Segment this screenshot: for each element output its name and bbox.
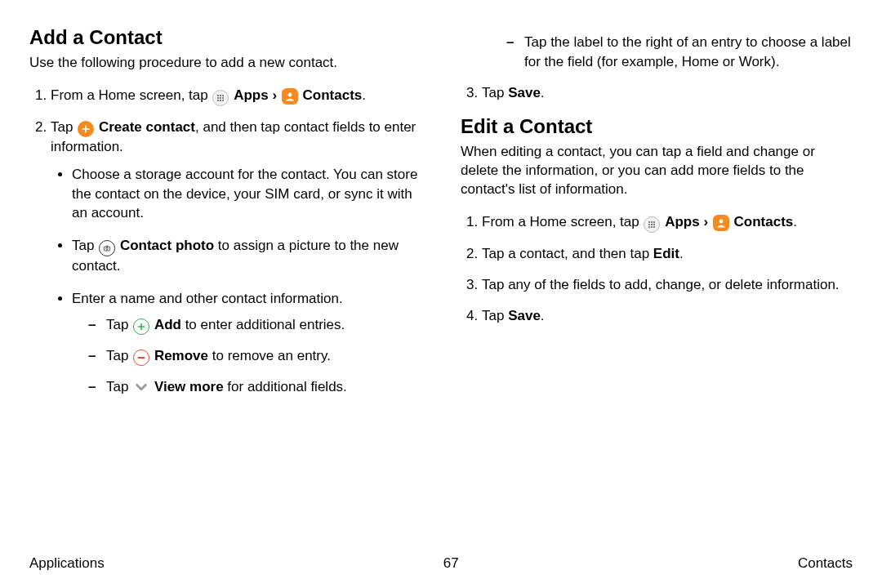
page-footer: Applications 67 Contacts [29,547,853,572]
edit-contact-steps: From a Home screen, tap Apps › Contacts.… [461,212,853,325]
footer-left: Applications [29,555,105,572]
svg-point-5 [223,97,225,99]
viewmore-label: View more [154,379,224,394]
dash-add: Tap Add to enter additional entries. [88,315,421,335]
svg-point-18 [652,221,653,223]
e4-pre: Tap [482,308,508,323]
add-contact-steps: From a Home screen, tap Apps › Contacts.… [29,86,421,397]
svg-point-8 [223,100,225,101]
intro-text: Use the following procedure to add a new… [29,54,421,73]
d1-post: to enter additional entries. [181,317,345,332]
save-label-2: Save [508,308,541,323]
manual-page: Add a Contact Use the following procedur… [0,0,882,588]
d2-pre: Tap [106,348,132,363]
d3-post: for additional fields. [224,379,347,394]
chevron-down-icon [133,379,149,395]
edit-step-2: Tap a contact, and then tap Edit. [482,244,853,264]
dash-label-choice: Tap the label to the right of an entry t… [506,33,853,72]
e4-period: . [541,308,545,323]
apps-label: Apps [234,87,269,103]
s1-period: . [362,87,366,103]
svg-point-25 [654,226,656,228]
svg-point-17 [649,221,651,223]
contact-photo-label: Contact photo [120,238,214,253]
footer-page-number: 67 [443,555,459,572]
bullet-contact-photo: Tap Contact photo to assign a picture to… [72,236,421,276]
svg-point-20 [649,224,651,225]
svg-point-1 [220,95,222,96]
edit-step-4: Tap Save. [482,306,853,326]
add-label: Add [154,317,181,332]
svg-point-2 [223,95,225,96]
e2-pre: Tap a contact, and then tap [482,246,653,261]
edit-label: Edit [653,246,679,261]
add-contact-steps-continued: Tap Save. [461,83,853,103]
d3-pre: Tap [106,379,132,394]
svg-point-22 [654,224,656,225]
svg-point-3 [218,97,220,99]
chevron-2: › [703,214,711,229]
add-icon [133,318,149,335]
sub-dashes: Tap Add to enter additional entries. Tap [72,315,421,397]
dash-remove: Tap Remove to remove an entry. [88,346,421,366]
svg-point-21 [652,224,653,225]
b3-text: Enter a name and other contact informati… [72,291,343,306]
e2-period: . [679,246,684,261]
footer-right: Contacts [798,555,853,572]
d1-pre: Tap [106,317,132,332]
save-label-1: Save [508,85,541,100]
svg-point-13 [106,248,108,250]
bullet-enter-name: Enter a name and other contact informati… [72,289,421,397]
d2-post: to remove an entry. [208,348,331,363]
edit-intro: When editing a contact, you can tap a fi… [461,143,853,199]
svg-rect-12 [105,247,110,251]
svg-point-19 [654,221,656,223]
heading-add-contact: Add a Contact [29,26,421,49]
svg-point-7 [220,100,222,101]
svg-point-23 [649,226,651,228]
edit-step-1: From a Home screen, tap Apps › Contacts. [482,212,853,233]
step1-pre: From a Home screen, tap [51,87,212,103]
two-column-layout: Add a Contact Use the following procedur… [29,26,853,547]
step-3: Tap Save. [482,83,853,103]
step-2: Tap Create contact, and then tap contact… [51,118,421,397]
svg-point-4 [220,97,222,99]
apps-icon [212,90,229,106]
camera-icon [99,240,115,256]
apps-icon [644,216,660,233]
contacts-label-2: Contacts [734,214,794,229]
create-contact-icon [78,121,94,137]
contacts-icon [713,215,729,231]
contacts-icon [282,88,298,105]
b2-pre: Tap [72,238,98,253]
svg-point-26 [719,220,723,224]
dash-viewmore: Tap View more for additional fields. [88,377,421,397]
svg-point-0 [218,95,220,96]
remove-icon [133,350,149,366]
heading-edit-contact: Edit a Contact [461,115,853,138]
step2-pre: Tap [51,119,77,135]
edit-step-3: Tap any of the fields to add, change, or… [482,275,853,295]
s3-period: . [541,85,545,100]
remove-label: Remove [154,348,208,363]
right-column: Tap the label to the right of an entry t… [461,26,853,547]
chevron: › [272,87,280,103]
svg-point-6 [218,100,220,101]
create-contact-label: Create contact [99,119,195,135]
continued-dashes: Tap the label to the right of an entry t… [461,33,853,72]
contacts-label: Contacts [303,87,363,103]
bullet-storage: Choose a storage account for the contact… [72,165,421,223]
e1-period: . [793,214,797,229]
e1-pre: From a Home screen, tap [482,214,643,229]
svg-point-9 [287,93,292,97]
left-column: Add a Contact Use the following procedur… [29,26,421,547]
step3-pre: Tap [482,85,508,100]
step2-bullets: Choose a storage account for the contact… [51,165,421,397]
svg-point-24 [652,226,653,228]
step-1: From a Home screen, tap Apps › Contacts. [51,86,421,106]
apps-label-2: Apps [665,214,700,229]
